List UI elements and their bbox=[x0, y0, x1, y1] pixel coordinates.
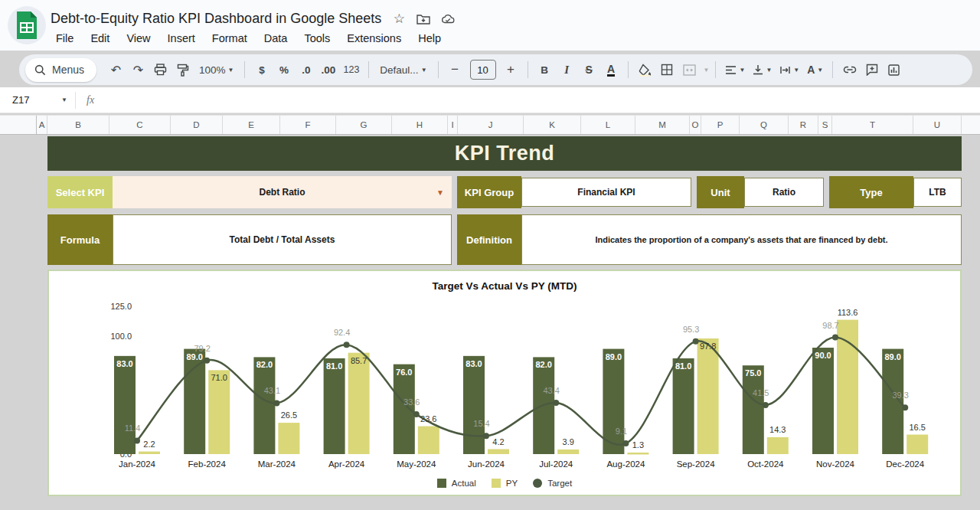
column-header-T[interactable]: T bbox=[832, 116, 913, 134]
target-point-May-2024[interactable] bbox=[413, 411, 420, 417]
column-header-M[interactable]: M bbox=[635, 116, 690, 134]
py-bar-Jan-2024[interactable] bbox=[139, 452, 160, 454]
column-header-J[interactable]: J bbox=[458, 116, 524, 134]
py-bar-Sep-2024[interactable] bbox=[697, 338, 719, 454]
target-point-Oct-2024[interactable] bbox=[763, 402, 769, 408]
column-header-R[interactable]: R bbox=[789, 116, 818, 134]
column-header-K[interactable]: K bbox=[524, 116, 581, 134]
target-point-Feb-2024[interactable] bbox=[204, 358, 210, 364]
py-bar-Feb-2024[interactable] bbox=[208, 370, 230, 454]
target-point-Jul-2024[interactable] bbox=[553, 400, 559, 406]
actual-bar-Apr-2024[interactable] bbox=[324, 358, 345, 454]
column-header-L[interactable]: L bbox=[581, 116, 635, 134]
percent-format-button[interactable]: % bbox=[273, 59, 294, 80]
actual-bar-Aug-2024[interactable] bbox=[603, 349, 624, 454]
actual-bar-Feb-2024[interactable] bbox=[184, 349, 205, 454]
column-header-F[interactable]: F bbox=[280, 116, 336, 134]
insert-comment-button[interactable] bbox=[861, 59, 882, 80]
target-point-Nov-2024[interactable] bbox=[832, 335, 838, 341]
bold-button[interactable]: B bbox=[534, 59, 555, 80]
increase-font-size-button[interactable]: + bbox=[501, 59, 521, 80]
merge-options-caret[interactable]: ▼ bbox=[704, 67, 710, 74]
target-point-Dec-2024[interactable] bbox=[902, 404, 908, 410]
column-header-O[interactable]: O bbox=[690, 116, 701, 134]
target-point-Mar-2024[interactable] bbox=[273, 400, 279, 406]
actual-bar-Sep-2024[interactable] bbox=[673, 358, 694, 454]
select-all-corner[interactable] bbox=[0, 116, 37, 134]
font-size-input[interactable]: 10 bbox=[470, 60, 496, 80]
py-bar-Mar-2024[interactable] bbox=[278, 423, 299, 454]
star-icon[interactable]: ☆ bbox=[392, 12, 406, 26]
decrease-font-size-button[interactable]: − bbox=[445, 59, 466, 80]
actual-bar-Mar-2024[interactable] bbox=[253, 357, 275, 454]
increase-decimal-button[interactable]: .00 bbox=[318, 59, 338, 80]
column-header-B[interactable]: B bbox=[47, 116, 109, 134]
fill-color-button[interactable] bbox=[635, 59, 655, 80]
actual-bar-Jan-2024[interactable] bbox=[114, 356, 136, 454]
actual-bar-Jun-2024[interactable] bbox=[463, 356, 485, 454]
merge-cells-button[interactable] bbox=[679, 59, 700, 80]
paint-format-button[interactable] bbox=[172, 59, 193, 80]
currency-format-button[interactable]: $ bbox=[251, 59, 272, 80]
menu-format[interactable]: Format bbox=[205, 31, 254, 46]
zoom-control[interactable]: 100%▼ bbox=[194, 64, 238, 76]
column-header-D[interactable]: D bbox=[171, 116, 223, 134]
target-point-Aug-2024[interactable] bbox=[622, 440, 629, 446]
menu-edit[interactable]: Edit bbox=[83, 31, 116, 46]
cloud-status-icon[interactable] bbox=[441, 12, 455, 26]
menu-view[interactable]: View bbox=[119, 31, 157, 46]
decrease-decimal-button[interactable]: .0 bbox=[296, 59, 316, 80]
vertical-align-button[interactable]: ▼ bbox=[750, 59, 775, 80]
column-header-S[interactable]: S bbox=[818, 116, 832, 134]
sheets-logo[interactable] bbox=[8, 6, 46, 44]
py-bar-Aug-2024[interactable] bbox=[627, 453, 648, 455]
print-button[interactable] bbox=[150, 59, 171, 80]
target-point-Sep-2024[interactable] bbox=[693, 338, 699, 345]
column-header-U[interactable]: U bbox=[913, 116, 962, 134]
undo-button[interactable]: ↶ bbox=[106, 59, 126, 80]
py-bar-Jun-2024[interactable] bbox=[488, 450, 509, 454]
menu-file[interactable]: File bbox=[49, 31, 80, 46]
column-header-C[interactable]: C bbox=[109, 116, 171, 134]
menu-help[interactable]: Help bbox=[411, 31, 448, 46]
borders-button[interactable] bbox=[657, 59, 678, 80]
insert-chart-button[interactable] bbox=[884, 59, 904, 80]
kpi-trend-chart[interactable]: Target Vs Actual Vs PY (MTD) 0.025.050.0… bbox=[47, 270, 962, 496]
column-header-A[interactable]: A bbox=[37, 116, 47, 134]
target-point-Apr-2024[interactable] bbox=[344, 342, 350, 348]
py-bar-Jul-2024[interactable] bbox=[557, 450, 579, 454]
search-menus-button[interactable]: Menus bbox=[25, 58, 96, 82]
column-header-E[interactable]: E bbox=[223, 116, 280, 134]
column-header-H[interactable]: H bbox=[392, 116, 448, 134]
py-bar-May-2024[interactable] bbox=[418, 427, 439, 454]
font-family-select[interactable]: Defaul...▼ bbox=[375, 64, 431, 76]
actual-bar-Nov-2024[interactable] bbox=[812, 348, 834, 454]
text-wrap-button[interactable]: ▼ bbox=[776, 59, 802, 80]
move-folder-icon[interactable] bbox=[416, 12, 430, 26]
py-bar-Apr-2024[interactable] bbox=[348, 353, 370, 454]
horizontal-align-button[interactable]: ▼ bbox=[722, 59, 748, 80]
more-formats-button[interactable]: 123 bbox=[340, 59, 362, 80]
actual-bar-Oct-2024[interactable] bbox=[743, 365, 764, 454]
py-bar-Nov-2024[interactable] bbox=[837, 320, 858, 454]
menu-insert[interactable]: Insert bbox=[161, 31, 202, 46]
italic-button[interactable]: I bbox=[557, 59, 577, 80]
kpi-select-dropdown[interactable]: Debt Ratio ▼ bbox=[113, 176, 452, 208]
py-bar-Dec-2024[interactable] bbox=[906, 435, 928, 454]
column-header-I[interactable]: I bbox=[448, 116, 458, 134]
redo-button[interactable]: ↷ bbox=[128, 59, 149, 80]
column-header-P[interactable]: P bbox=[701, 116, 740, 134]
column-header-Q[interactable]: Q bbox=[740, 116, 789, 134]
menu-tools[interactable]: Tools bbox=[297, 31, 337, 46]
text-rotation-button[interactable]: A ▼ bbox=[804, 59, 826, 80]
menu-data[interactable]: Data bbox=[257, 31, 295, 46]
column-header-G[interactable]: G bbox=[336, 116, 392, 134]
target-point-Jan-2024[interactable] bbox=[134, 437, 140, 443]
name-box[interactable]: Z17 ▼ bbox=[0, 94, 75, 106]
actual-bar-May-2024[interactable] bbox=[394, 365, 415, 454]
strikethrough-button[interactable]: S bbox=[579, 59, 599, 80]
target-point-Jun-2024[interactable] bbox=[483, 433, 489, 439]
document-title[interactable]: Debt-to-Equity Ratio KPI Dashboard in Go… bbox=[51, 11, 381, 27]
py-bar-Oct-2024[interactable] bbox=[767, 437, 789, 454]
insert-link-button[interactable] bbox=[839, 59, 860, 80]
